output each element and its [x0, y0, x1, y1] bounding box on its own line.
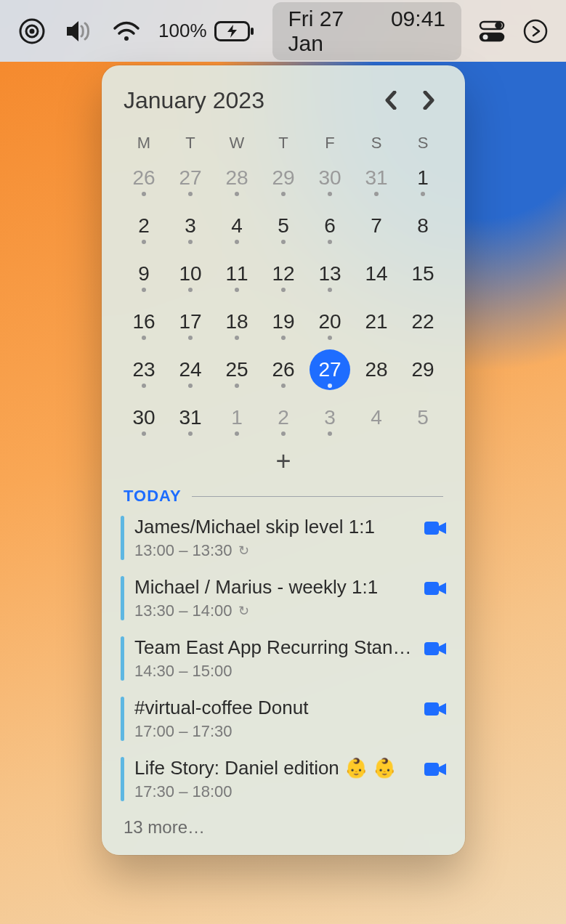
day-cell[interactable]: 22	[400, 301, 446, 343]
calendar-header: January 2023	[102, 80, 465, 121]
day-cell[interactable]: 26	[121, 157, 167, 199]
event-color-bar	[121, 576, 124, 620]
day-cell[interactable]: 13	[307, 253, 353, 295]
day-cell[interactable]: 4	[214, 205, 260, 247]
day-cell[interactable]: 11	[214, 253, 260, 295]
today-section-header: TODAY	[102, 487, 465, 506]
event-row[interactable]: Michael / Marius - weekly 1:113:30 – 14:…	[121, 576, 446, 620]
day-cell[interactable]: 19	[260, 301, 307, 343]
day-cell[interactable]: 31	[167, 397, 214, 439]
event-row[interactable]: James/Michael skip level 1:113:00 – 13:3…	[121, 516, 446, 560]
event-row[interactable]: #virtual-coffee Donut17:00 – 17:30	[121, 697, 446, 741]
day-cell[interactable]: 28	[353, 349, 400, 391]
day-cell[interactable]: 3	[307, 397, 353, 439]
day-cell[interactable]: 16	[121, 301, 167, 343]
recurring-icon: ↻	[238, 543, 249, 559]
day-cell[interactable]: 6	[307, 205, 353, 247]
divider-line	[192, 496, 443, 497]
app-icon[interactable]	[17, 17, 47, 46]
more-events-link[interactable]: 13 more…	[102, 801, 465, 838]
day-cell[interactable]: 26	[260, 349, 307, 391]
day-cell[interactable]: 20	[307, 301, 353, 343]
svg-point-2	[31, 30, 33, 33]
video-call-icon[interactable]	[424, 520, 446, 536]
day-cell[interactable]: 1	[214, 397, 260, 439]
event-row[interactable]: Team East App Recurring Stan…14:30 – 15:…	[121, 636, 446, 681]
day-cell[interactable]: 12	[260, 253, 307, 295]
menubar-clock[interactable]: Fri 27 Jan 09:41	[272, 2, 462, 60]
event-color-bar	[121, 757, 124, 801]
svg-rect-5	[251, 28, 254, 35]
events-list: James/Michael skip level 1:113:00 – 13:3…	[102, 516, 465, 801]
weekday-label: S	[353, 134, 400, 153]
control-center-icon[interactable]	[479, 20, 505, 42]
menubar: 100% Fri 27 Jan 09:41	[0, 0, 566, 62]
event-title: Michael / Marius - weekly 1:1	[134, 576, 414, 599]
svg-point-10	[525, 20, 546, 42]
menubar-time: 09:41	[391, 7, 445, 56]
chevron-left-icon	[384, 91, 397, 110]
event-body: James/Michael skip level 1:113:00 – 13:3…	[134, 516, 414, 560]
menu-extra-icon[interactable]	[522, 18, 549, 44]
svg-rect-13	[424, 642, 439, 655]
weekday-label: T	[167, 134, 214, 153]
day-cell[interactable]: 7	[353, 205, 400, 247]
add-event-button[interactable]: +	[102, 439, 465, 487]
wifi-icon[interactable]	[112, 20, 141, 42]
day-cell[interactable]: 31	[353, 157, 400, 199]
weekday-label: M	[121, 134, 167, 153]
event-title: Life Story: Daniel edition 👶 👶	[134, 757, 414, 779]
day-cell[interactable]: 17	[167, 301, 214, 343]
day-cell[interactable]: 24	[167, 349, 214, 391]
event-time: 17:00 – 17:30	[134, 722, 414, 741]
day-cell[interactable]: 5	[400, 397, 446, 439]
chevron-right-icon	[422, 91, 435, 110]
day-cell[interactable]: 8	[400, 205, 446, 247]
svg-rect-15	[424, 763, 439, 776]
day-cell[interactable]: 10	[167, 253, 214, 295]
day-cell[interactable]: 5	[260, 205, 307, 247]
today-label: TODAY	[124, 487, 182, 506]
event-title: #virtual-coffee Donut	[134, 697, 414, 719]
day-cell[interactable]: 1	[400, 157, 446, 199]
day-cell[interactable]: 18	[214, 301, 260, 343]
volume-icon[interactable]	[64, 19, 94, 44]
prev-month-button[interactable]	[376, 86, 405, 115]
event-row[interactable]: Life Story: Daniel edition 👶 👶17:30 – 18…	[121, 757, 446, 801]
battery-percent-label: 100%	[158, 20, 207, 42]
day-cell[interactable]: 9	[121, 253, 167, 295]
day-cell[interactable]: 28	[214, 157, 260, 199]
event-body: Team East App Recurring Stan…14:30 – 15:…	[134, 636, 414, 681]
event-time: 14:30 – 15:00	[134, 662, 414, 681]
video-call-icon[interactable]	[424, 641, 446, 657]
weekday-label: F	[307, 134, 353, 153]
day-cell[interactable]: 30	[121, 397, 167, 439]
day-cell[interactable]: 29	[400, 349, 446, 391]
video-call-icon[interactable]	[424, 701, 446, 717]
day-cell[interactable]: 23	[121, 349, 167, 391]
day-cell[interactable]: 4	[353, 397, 400, 439]
weekday-label: W	[214, 134, 260, 153]
next-month-button[interactable]	[414, 86, 443, 115]
day-cell[interactable]: 27	[307, 349, 353, 391]
day-cell[interactable]: 30	[307, 157, 353, 199]
svg-point-7	[496, 23, 501, 28]
day-cell[interactable]: 25	[214, 349, 260, 391]
day-cell[interactable]: 14	[353, 253, 400, 295]
day-cell[interactable]: 2	[121, 205, 167, 247]
event-time: 13:00 – 13:30↻	[134, 541, 414, 560]
event-body: #virtual-coffee Donut17:00 – 17:30	[134, 697, 414, 741]
day-cell[interactable]: 21	[353, 301, 400, 343]
day-cell[interactable]: 3	[167, 205, 214, 247]
video-call-icon[interactable]	[424, 761, 446, 777]
video-call-icon[interactable]	[424, 580, 446, 596]
day-cell[interactable]: 15	[400, 253, 446, 295]
day-cell[interactable]: 27	[167, 157, 214, 199]
event-time: 17:30 – 18:00	[134, 782, 414, 801]
svg-rect-12	[424, 582, 439, 595]
day-cell[interactable]: 2	[260, 397, 307, 439]
event-color-bar	[121, 697, 124, 741]
day-cell[interactable]: 29	[260, 157, 307, 199]
battery-indicator[interactable]: 100%	[158, 20, 255, 42]
menubar-date: Fri 27 Jan	[288, 7, 378, 56]
